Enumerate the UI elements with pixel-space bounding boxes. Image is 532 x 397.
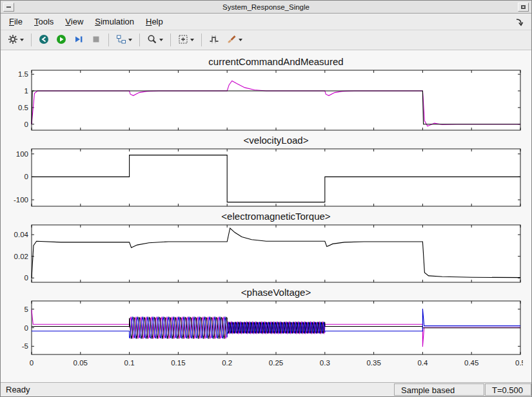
svg-text:0: 0 (25, 173, 28, 180)
toolbar-separator (201, 34, 202, 46)
titlebar[interactable]: System_Response_Single (1, 1, 531, 14)
chart-title: <electromagneticTorque> (18, 209, 531, 223)
undock-icon[interactable] (509, 16, 529, 28)
step-back-button[interactable] (35, 32, 52, 49)
toolbar-separator (170, 34, 171, 46)
stop-button[interactable] (88, 32, 104, 49)
menu-item-file[interactable]: File (3, 15, 28, 28)
status-text: Ready (1, 383, 393, 396)
svg-text:1: 1 (25, 87, 28, 95)
chart-phase-voltage: <phaseVoltage> -50500.050.10.150.20.250.… (7, 285, 526, 371)
scope-parameters-button[interactable] (5, 32, 27, 49)
toolbar-separator (108, 34, 109, 46)
step-forward-button[interactable] (70, 32, 87, 49)
chart-canvas[interactable]: 00.511.5 (7, 68, 523, 133)
sample-mode-badge: Sample based (394, 383, 484, 396)
toolbar-separator (31, 34, 32, 46)
svg-text:0.5: 0.5 (18, 104, 28, 111)
menu-item-view[interactable]: View (59, 15, 89, 28)
toolbar (1, 30, 531, 50)
svg-text:0.3: 0.3 (320, 359, 330, 367)
stepping-options-button[interactable] (113, 32, 135, 49)
chevron-down-icon (128, 39, 132, 41)
toolbar-separator (139, 34, 140, 46)
fit-to-view-icon (178, 34, 188, 46)
svg-text:0.1: 0.1 (124, 359, 135, 367)
scope-window: System_Response_Single File Tools View S… (0, 0, 532, 397)
step-back-icon (39, 34, 49, 46)
zoom-icon (147, 34, 157, 46)
svg-text:0.05: 0.05 (74, 359, 88, 367)
svg-text:0.35: 0.35 (366, 359, 380, 367)
svg-text:100: 100 (16, 150, 28, 158)
gear-icon (8, 34, 18, 46)
svg-text:0.15: 0.15 (171, 359, 185, 367)
window-maximize-button[interactable] (518, 3, 529, 12)
window-maximize-icon (521, 5, 526, 9)
svg-text:-100: -100 (14, 196, 28, 204)
chart-canvas[interactable]: 00.020.04 (7, 223, 523, 285)
chart-title: <velocityLoad> (18, 133, 531, 147)
svg-text:1.5: 1.5 (18, 70, 28, 78)
chart-title: currentCommandAndMeasured (18, 54, 531, 68)
cursor-measurements-button[interactable] (206, 32, 222, 49)
svg-text:0: 0 (30, 359, 34, 367)
chart-canvas[interactable]: -1000100 (7, 147, 523, 209)
run-icon (56, 34, 66, 46)
svg-text:0.5: 0.5 (515, 359, 523, 367)
fit-to-view-button[interactable] (175, 32, 197, 49)
menu-item-tools[interactable]: Tools (28, 15, 59, 28)
window-title: System_Response_Single (17, 3, 515, 11)
chart-velocity-load: <velocityLoad> -1000100 (7, 133, 526, 209)
chevron-down-icon (20, 39, 24, 41)
style-button[interactable] (223, 32, 246, 49)
run-button[interactable] (53, 32, 70, 49)
menu-item-help[interactable]: Help (140, 15, 169, 28)
statusbar: Ready Sample based T=0.500 (1, 382, 531, 396)
chart-title: <phaseVoltage> (18, 285, 531, 299)
svg-text:0.04: 0.04 (14, 231, 29, 238)
svg-text:0.45: 0.45 (464, 359, 478, 367)
svg-text:0: 0 (25, 324, 28, 332)
cursor-measurements-icon (209, 34, 219, 46)
chevron-down-icon (190, 39, 194, 41)
svg-text:-5: -5 (22, 342, 28, 350)
svg-text:0.02: 0.02 (14, 253, 28, 260)
stepping-options-icon (116, 34, 126, 46)
chart-canvas[interactable]: -50500.050.10.150.20.250.30.350.40.450.5 (7, 299, 523, 371)
zoom-button[interactable] (144, 32, 166, 49)
svg-text:0.25: 0.25 (269, 359, 283, 367)
style-brush-icon (226, 34, 237, 46)
svg-text:0: 0 (25, 274, 28, 282)
chevron-down-icon (239, 39, 242, 41)
window-menu-icon (6, 6, 11, 8)
chevron-down-icon (159, 39, 163, 41)
svg-text:0.2: 0.2 (222, 359, 232, 367)
step-forward-icon (74, 34, 84, 46)
svg-text:5: 5 (25, 305, 28, 313)
menu-item-simulation[interactable]: Simulation (89, 15, 140, 28)
plot-panel: currentCommandAndMeasured 00.511.5 <velo… (1, 50, 531, 382)
sim-time-badge: T=0.500 (485, 383, 531, 396)
menubar: File Tools View Simulation Help (1, 14, 531, 30)
window-menu-button[interactable] (3, 3, 14, 12)
chart-electromagnetic-torque: <electromagneticTorque> 00.020.04 (7, 209, 526, 285)
svg-text:0: 0 (25, 121, 28, 128)
chart-current-command-and-measured: currentCommandAndMeasured 00.511.5 (7, 54, 526, 133)
stop-icon (91, 34, 101, 46)
svg-text:0.4: 0.4 (417, 359, 428, 367)
